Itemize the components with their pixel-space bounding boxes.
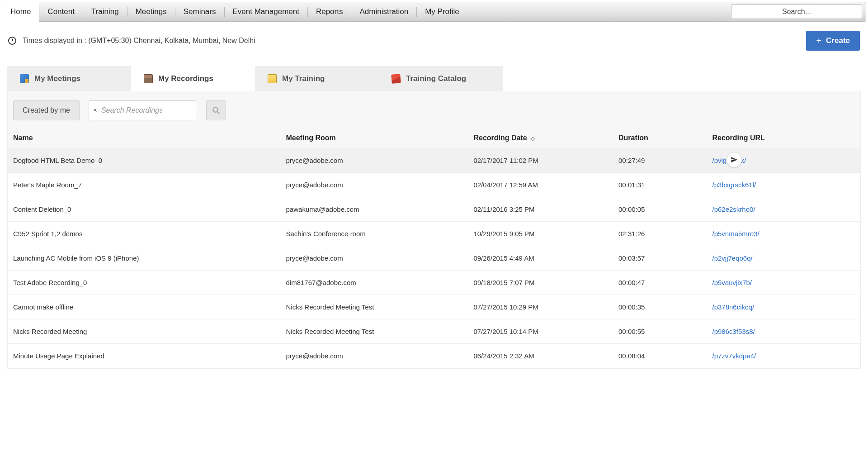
cell-url: /p5vauvjix7b/ [707,271,860,295]
recording-url-link[interactable]: /p5vnma5mro3/ [712,230,759,238]
search-go-button[interactable] [206,100,226,120]
svg-line-1 [96,111,97,112]
tab-my-meetings[interactable]: My Meetings [7,66,131,91]
nav-item-training[interactable]: Training [83,2,127,22]
nav-item-my-profile[interactable]: My Profile [417,2,467,22]
tab-my-recordings[interactable]: My Recordings [131,66,255,91]
catalog-icon [391,74,401,84]
tab-training-catalog[interactable]: Training Catalog [379,66,503,91]
cell-name: Cannot make offline [8,295,281,319]
cell-date: 02/04/2017 12:59 AM [468,173,613,197]
nav-item-administration[interactable]: Administration [351,2,416,22]
svg-point-2 [213,107,218,112]
recording-url-link[interactable]: /p5vauvjix7b/ [712,279,752,286]
cell-name: Test Adobe Recording_0 [8,271,281,295]
recording-url-link[interactable]: /p378n6cikcq/ [712,303,754,311]
recording-url-link[interactable]: /p986c3f53s8/ [712,328,755,335]
cell-url: /pvlgchoitx/ [707,148,860,173]
table-row[interactable]: Launching AC Mobile from iOS 9 (iPhone)p… [8,246,860,271]
svg-line-3 [217,112,220,114]
table-row[interactable]: C952 Sprint 1,2 demosSachin's Conference… [8,222,860,246]
table-row[interactable]: Nicks Recorded MeetingNicks Recorded Mee… [8,319,860,344]
tab-my-training[interactable]: My Training [255,66,379,91]
cell-room: dim81767@adobe.com [281,271,468,295]
column-header-room[interactable]: Meeting Room [281,129,468,148]
filter-bar: Created by me [8,91,860,129]
table-row[interactable]: Minute Usage Page Explainedpryce@adobe.c… [8,344,860,368]
search-icon [212,106,220,114]
nav-item-seminars[interactable]: Seminars [175,2,224,22]
created-by-me-button[interactable]: Created by me [13,100,80,120]
table-row[interactable]: Dogfood HTML Beta Demo_0pryce@adobe.com0… [8,148,860,173]
cell-room: pryce@adobe.com [281,344,468,368]
nav-item-reports[interactable]: Reports [308,2,351,22]
cell-url: /p5vnma5mro3/ [707,222,860,246]
cell-room: pryce@adobe.com [281,173,468,197]
svg-point-0 [94,109,96,111]
cell-duration: 02:31:26 [613,222,707,246]
cell-name: Content Deletion_0 [8,197,281,222]
section-tabs: My MeetingsMy RecordingsMy TrainingTrain… [7,66,861,91]
tab-label: Training Catalog [406,74,466,83]
info-left: Times displayed in : (GMT+05:30) Chennai… [8,37,255,45]
cell-name: Minute Usage Page Explained [8,344,281,368]
cell-name: Peter's Maple Room_7 [8,173,281,197]
share-icon[interactable] [726,152,742,167]
cell-name: Nicks Recorded Meeting [8,319,281,344]
cell-url: /p378n6cikcq/ [707,295,860,319]
cell-date: 07/27/2015 10:14 PM [468,319,613,344]
cell-url: /p7zv7vkdpe4/ [707,344,860,368]
cell-url: /p3bxgrsck61l/ [707,173,860,197]
table-row[interactable]: Peter's Maple Room_7pryce@adobe.com02/04… [8,173,860,197]
search-recordings-input[interactable] [101,106,192,114]
tab-label: My Recordings [158,74,213,83]
timezone-text: Times displayed in : (GMT+05:30) Chennai… [23,37,255,45]
clock-icon [8,37,16,45]
nav-item-event-management[interactable]: Event Management [225,2,307,22]
info-bar: Times displayed in : (GMT+05:30) Chennai… [0,24,868,55]
recording-url-link[interactable]: /p7zv7vkdpe4/ [712,352,756,360]
training-icon [268,74,277,83]
meetings-icon [20,74,29,83]
cell-room: Nicks Recorded Meeting Test [281,295,468,319]
nav-item-home[interactable]: Home [2,2,39,22]
cell-url: /p62e2skrho0/ [707,197,860,222]
cell-date: 09/26/2015 4:49 AM [468,246,613,271]
column-header-name[interactable]: Name [8,129,281,148]
cell-duration: 00:00:05 [613,197,707,222]
cell-room: pryce@adobe.com [281,246,468,271]
column-header-date-label: Recording Date [473,134,527,142]
content-area: Created by me Name Meeting Room Recordin… [7,91,861,369]
column-header-date[interactable]: Recording Date ◇ [468,129,613,148]
column-header-url[interactable]: Recording URL [707,129,860,148]
cell-date: 06/24/2015 2:32 AM [468,344,613,368]
global-search-input[interactable] [731,5,862,19]
table-header-row: Name Meeting Room Recording Date ◇ Durat… [8,129,860,148]
top-nav: HomeContentTrainingMeetingsSeminarsEvent… [2,2,866,22]
cell-date: 07/27/2015 10:29 PM [468,295,613,319]
nav-item-meetings[interactable]: Meetings [127,2,175,22]
nav-items: HomeContentTrainingMeetingsSeminarsEvent… [2,2,727,21]
recording-url-link[interactable]: /p3bxgrsck61l/ [712,181,756,189]
cell-room: Nicks Recorded Meeting Test [281,319,468,344]
cell-room: Sachin's Conference room [281,222,468,246]
cell-url: /p986c3f53s8/ [707,319,860,344]
nav-item-content[interactable]: Content [39,2,83,22]
cell-duration: 00:27:49 [613,148,707,173]
cell-room: pawakuma@adobe.com [281,197,468,222]
cell-name: Launching AC Mobile from iOS 9 (iPhone) [8,246,281,271]
table-row[interactable]: Content Deletion_0pawakuma@adobe.com02/1… [8,197,860,222]
create-button[interactable]: + Create [806,31,860,51]
cell-duration: 00:00:35 [613,295,707,319]
create-button-label: Create [826,36,850,45]
cell-date: 09/18/2015 7:07 PM [468,271,613,295]
table-row[interactable]: Cannot make offlineNicks Recorded Meetin… [8,295,860,319]
recording-url-link[interactable]: /p2vjj7eqo6q/ [712,254,752,262]
cell-duration: 00:00:55 [613,319,707,344]
cell-duration: 00:03:57 [613,246,707,271]
cell-duration: 00:01:31 [613,173,707,197]
recording-url-link[interactable]: /p62e2skrho0/ [712,205,755,213]
column-header-duration[interactable]: Duration [613,129,707,148]
sort-indicator-icon: ◇ [531,135,535,142]
table-row[interactable]: Test Adobe Recording_0dim81767@adobe.com… [8,271,860,295]
